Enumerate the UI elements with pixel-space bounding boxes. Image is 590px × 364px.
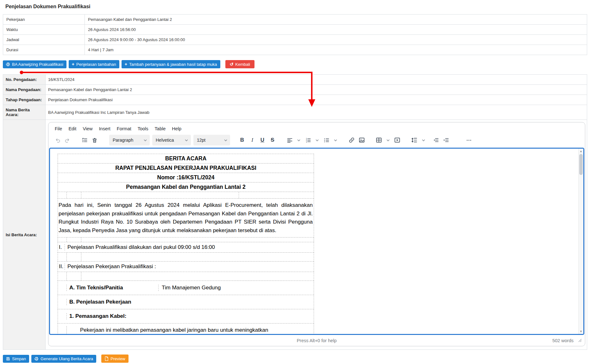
table-row: Durasi 4 Hari | 7 Jam: [3, 45, 587, 55]
table-row: Waktu 26 Agustus 2024 16:56:00: [3, 25, 587, 35]
menu-tools[interactable]: Tools: [135, 125, 152, 133]
doc-item-I: I. Penjelasan Prakualifikasi dilakukan d…: [58, 242, 314, 253]
detail-value-no-pengadaan: 16/KSTL/2024: [46, 75, 587, 85]
document-table: BERITA ACARA RAPAT PENJELASAN PEKERJAAN …: [58, 154, 314, 335]
bullet-list-dropdown[interactable]: [331, 135, 340, 145]
link-icon: [348, 137, 355, 143]
info-value-jadwal: 26 Agustus 2024 9:00:00 - 30 Agustus 202…: [85, 35, 587, 45]
ellipsis-icon: [466, 137, 472, 143]
penjelasan-tambahan-button[interactable]: + Penjelasan tambahan: [69, 60, 119, 68]
numbered-list-dropdown[interactable]: [313, 135, 321, 145]
select-value: Paragraph: [113, 138, 133, 143]
save-icon: [6, 357, 10, 361]
item-label: B. Penjelasan Pekerjaan: [67, 299, 314, 305]
table-row: Nama Pengadaan: Pemasangan Kabel dan Pen…: [3, 85, 587, 95]
numbered-list-button[interactable]: 123: [303, 135, 313, 145]
select-value: 12pt: [197, 138, 205, 143]
scroll-down-icon[interactable]: ▼: [579, 329, 583, 334]
editor-content-area[interactable]: BERITA ACARA RAPAT PENJELASAN PEKERJAAN …: [49, 148, 584, 335]
doc-item-II: II. Penjelasan Pekerjaan Prakualifikasi …: [58, 261, 314, 272]
button-label: Simpan: [12, 357, 26, 361]
menu-file[interactable]: File: [52, 125, 65, 133]
insert-table-button[interactable]: [374, 135, 384, 145]
action-button-row: BA Aanwijzing Prakualifikasi + Penjelasa…: [3, 60, 587, 68]
select-value: Helvetica: [156, 138, 174, 143]
editor-scrollbar[interactable]: ▲ ▼: [578, 149, 583, 334]
detail-value-nama-pengadaan: Pemasangan Kabel dan Penggantian Lantai …: [46, 85, 587, 95]
accessibility-help-text[interactable]: Press Alt+0 for help: [297, 338, 336, 343]
print-icon: [35, 357, 39, 361]
kembali-button[interactable]: ↺ Kembali: [225, 60, 255, 68]
menu-insert[interactable]: Insert: [96, 125, 114, 133]
line-height-dropdown[interactable]: [419, 135, 428, 145]
chevron-down-icon: [144, 139, 147, 141]
insert-image-button[interactable]: [357, 135, 367, 145]
bullet-list-button[interactable]: [321, 135, 331, 145]
outdent-button[interactable]: [431, 135, 441, 145]
align-button[interactable]: [285, 135, 295, 145]
indent-icon: [443, 137, 449, 143]
doc-spacer-row: [58, 252, 314, 262]
ba-aanwijzing-button[interactable]: BA Aanwijzing Prakualifikasi: [3, 60, 66, 68]
detail-label-nama-pengadaan: Nama Pengadaan:: [3, 85, 46, 95]
doc-title-line: BERITA ACARA: [58, 154, 314, 163]
strikethrough-button[interactable]: S: [267, 135, 278, 145]
info-label-pekerjaan: Pekerjaan: [3, 15, 85, 25]
redo-button[interactable]: [62, 135, 72, 145]
editor-menubar: File Edit View Insert Format Tools Table…: [48, 122, 585, 133]
info-value-durasi: 4 Hari | 7 Jam: [85, 45, 587, 55]
word-count[interactable]: 502 words: [552, 338, 574, 343]
numbered-list-icon: 123: [305, 137, 311, 143]
detail-label-no-pengadaan: No. Pengadaan:: [3, 75, 46, 85]
menu-edit[interactable]: Edit: [65, 125, 79, 133]
line-height-button[interactable]: [409, 135, 419, 145]
outdent-icon: [433, 137, 439, 143]
undo-button[interactable]: [52, 135, 62, 145]
doc-item-B: B. Penjelasan Pekerjaan: [58, 295, 314, 309]
generate-ulang-button[interactable]: Generate Ulang Berita Acara: [31, 355, 96, 363]
page-title: Penjelasan Dokumen Prakualifikasi: [5, 4, 587, 9]
button-label: BA Aanwijzing Prakualifikasi: [12, 62, 63, 66]
align-left-icon: [287, 137, 293, 143]
table-row: Jadwal 26 Agustus 2024 9:00:00 - 30 Agus…: [3, 35, 587, 45]
item-value: Tim Manajemen Gedung: [159, 285, 314, 291]
checklist-icon: [82, 137, 88, 143]
button-label: Preview: [110, 357, 125, 361]
resize-handle-icon[interactable]: [578, 338, 582, 343]
delete-button[interactable]: [90, 135, 100, 145]
bold-button[interactable]: B: [237, 135, 247, 145]
editor-statusbar: Press Alt+0 for help 502 words: [48, 335, 585, 346]
menu-help[interactable]: Help: [169, 125, 185, 133]
chevron-down-icon: [224, 139, 227, 141]
menu-view[interactable]: View: [79, 125, 96, 133]
strikethrough-icon: S: [271, 137, 274, 143]
insert-media-button[interactable]: [392, 135, 402, 145]
chevron-down-icon: [185, 139, 188, 141]
menu-table[interactable]: Table: [152, 125, 169, 133]
more-tools-button[interactable]: [464, 135, 474, 145]
preview-button[interactable]: Preview: [101, 355, 128, 363]
link-button[interactable]: [347, 135, 357, 145]
tambah-pertanyaan-button[interactable]: + Tambah pertanyaan & jawaban hasil tata…: [122, 60, 220, 68]
doc-spacer-row: [58, 237, 314, 242]
list-number: I.: [58, 244, 65, 250]
table-row: Nama Berita Acara: BA Aanwijzing Prakual…: [3, 105, 587, 120]
paragraph-style-select[interactable]: Paragraph: [109, 135, 150, 145]
doc-clipped-paragraph: Pekerjaan ini melibatkan pemasangan kabe…: [58, 323, 314, 335]
font-size-select[interactable]: 12pt: [193, 135, 230, 145]
scroll-up-icon[interactable]: ▲: [579, 149, 583, 154]
checklist-button[interactable]: [79, 135, 90, 145]
menu-format[interactable]: Format: [114, 125, 135, 133]
list-text: Penjelasan Prakualifikasi dilakukan dari…: [67, 244, 314, 250]
font-family-select[interactable]: Helvetica: [152, 135, 191, 145]
italic-button[interactable]: I: [247, 135, 257, 145]
editor-toolbar: Paragraph Helvetica 12pt: [48, 133, 585, 148]
table-dropdown[interactable]: [384, 135, 392, 145]
align-dropdown[interactable]: [295, 135, 303, 145]
item-label: 1. Pemasangan Kabel:: [67, 313, 314, 319]
detail-value-tahap-pengadaan: Penjelasan Dokumen Prakualifikasi: [46, 95, 587, 105]
scrollbar-thumb[interactable]: [579, 154, 583, 175]
simpan-button[interactable]: Simpan: [3, 355, 29, 363]
underline-button[interactable]: U: [257, 135, 267, 145]
indent-button[interactable]: [441, 135, 451, 145]
